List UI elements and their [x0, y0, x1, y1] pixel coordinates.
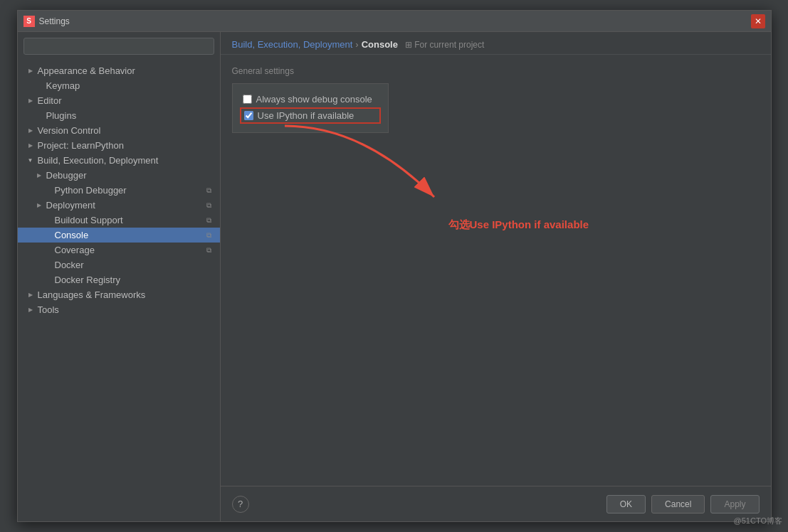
sidebar-item-build[interactable]: ▼ Build, Execution, Deployment [18, 153, 220, 168]
arrow-icon: ▶ [26, 127, 35, 135]
badge-icon: ⧉ [204, 230, 214, 240]
badge-icon: ⧉ [204, 201, 214, 211]
sidebar-item-label: Languages & Frameworks [38, 289, 214, 300]
bottom-bar: ? OK Cancel Apply [221, 486, 771, 521]
sidebar-item-plugins[interactable]: Plugins [18, 108, 220, 123]
arrow-icon [43, 246, 52, 255]
checkbox-row-debug: Always show debug console [243, 94, 378, 105]
sidebar-item-label: Keymap [46, 80, 214, 91]
title-bar: S Settings ✕ [18, 11, 771, 32]
annotation-arrow-svg [278, 112, 562, 289]
section-label: General settings [232, 66, 760, 76]
search-input[interactable] [23, 38, 214, 55]
arrow-icon [35, 82, 43, 90]
arrow-icon [43, 231, 52, 240]
arrow-icon [35, 112, 43, 120]
arrow-icon [43, 276, 52, 284]
sidebar-item-version-control[interactable]: ▶ Version Control [18, 123, 220, 138]
help-button[interactable]: ? [232, 496, 249, 513]
breadcrumb-separator: › [355, 39, 358, 50]
close-button[interactable]: ✕ [751, 14, 765, 28]
arrow-icon: ▶ [26, 97, 35, 105]
content-area: General settings Always show debug conso… [221, 55, 771, 486]
main-content: Build, Execution, Deployment › Console ⊞… [221, 32, 771, 521]
sidebar-item-label: Buildout Support [55, 215, 204, 225]
cancel-button[interactable]: Cancel [651, 495, 705, 514]
sidebar-item-appearance[interactable]: ▶ Appearance & Behavior [18, 63, 220, 78]
sidebar: ▶ Appearance & Behavior Keymap ▶ Editor [18, 32, 221, 521]
sidebar-item-languages[interactable]: ▶ Languages & Frameworks [18, 287, 220, 302]
arrow-icon [43, 186, 52, 195]
sidebar-item-deployment[interactable]: ▶ Deployment ⧉ [18, 198, 220, 213]
sidebar-item-label: Debugger [46, 170, 214, 181]
sidebar-item-label: Project: LearnPython [38, 140, 214, 151]
sidebar-item-label: Build, Execution, Deployment [38, 155, 214, 166]
ipython-checkbox[interactable] [244, 111, 253, 120]
settings-dialog: S Settings ✕ ▶ Appearance & Behavior [17, 10, 772, 522]
breadcrumb-console: Console [362, 39, 398, 50]
sidebar-item-coverage[interactable]: Coverage ⧉ [18, 243, 220, 257]
title-bar-title: Settings [39, 16, 751, 26]
sidebar-item-label: Version Control [38, 125, 214, 136]
arrow-icon: ▼ [26, 156, 35, 165]
sidebar-item-debugger[interactable]: ▶ Debugger [18, 168, 220, 183]
sidebar-item-buildout[interactable]: Buildout Support ⧉ [18, 213, 220, 228]
sidebar-item-tools[interactable]: ▶ Tools [18, 302, 220, 317]
sidebar-item-editor[interactable]: ▶ Editor [18, 93, 220, 108]
sidebar-item-label: Coverage [55, 245, 204, 255]
badge-icon: ⧉ [204, 216, 214, 225]
sidebar-item-python-debugger[interactable]: Python Debugger ⧉ [18, 183, 220, 198]
settings-box: Always show debug console Use IPython if… [232, 83, 389, 133]
sidebar-item-label: Tools [38, 304, 214, 315]
sidebar-item-console[interactable]: Console ⧉ [18, 228, 220, 243]
apply-button[interactable]: Apply [710, 495, 759, 514]
title-bar-icon: S [23, 16, 35, 27]
breadcrumb-build[interactable]: Build, Execution, Deployment [232, 39, 353, 50]
outer-background: S Settings ✕ ▶ Appearance & Behavior [0, 0, 788, 532]
sidebar-item-label: Docker [55, 260, 214, 270]
badge-icon: ⧉ [204, 245, 214, 255]
arrow-icon [43, 261, 52, 270]
sidebar-item-label: Deployment [46, 200, 204, 211]
sidebar-item-label: Plugins [46, 110, 214, 121]
sidebar-tree: ▶ Appearance & Behavior Keymap ▶ Editor [18, 60, 220, 521]
annotation-arrow-container [278, 112, 562, 289]
badge-icon: ⧉ [204, 186, 214, 196]
arrow-icon: ▶ [35, 171, 43, 180]
arrow-icon: ▶ [35, 201, 43, 210]
sidebar-item-label: Editor [38, 95, 214, 106]
debug-console-checkbox[interactable] [243, 95, 252, 104]
sidebar-item-label: Appearance & Behavior [38, 65, 214, 76]
bottom-actions: OK Cancel Apply [606, 495, 760, 514]
ok-button[interactable]: OK [606, 495, 646, 514]
annotation-text: 勾选Use IPython if available [448, 218, 589, 232]
checkbox-row-ipython: Use IPython if available [240, 107, 381, 124]
arrow-icon: ▶ [26, 142, 35, 150]
debug-console-label: Always show debug console [256, 94, 372, 105]
sidebar-item-label: Python Debugger [55, 185, 204, 196]
sidebar-item-docker[interactable]: Docker [18, 257, 220, 272]
sidebar-item-docker-registry[interactable]: Docker Registry [18, 272, 220, 287]
ipython-label: Use IPython if available [258, 110, 354, 121]
arrow-icon: ▶ [26, 291, 35, 299]
dialog-body: ▶ Appearance & Behavior Keymap ▶ Editor [18, 32, 771, 521]
sidebar-item-label: Console [55, 230, 204, 240]
arrow-icon [43, 216, 52, 225]
breadcrumb-project-note: ⊞ For current project [405, 40, 484, 50]
watermark: @51CTO博客 [734, 516, 782, 526]
sidebar-item-label: Docker Registry [55, 275, 214, 285]
sidebar-item-keymap[interactable]: Keymap [18, 78, 220, 93]
breadcrumb: Build, Execution, Deployment › Console ⊞… [221, 32, 771, 55]
arrow-icon: ▶ [26, 306, 35, 314]
sidebar-item-project[interactable]: ▶ Project: LearnPython [18, 138, 220, 153]
arrow-icon: ▶ [26, 67, 35, 75]
